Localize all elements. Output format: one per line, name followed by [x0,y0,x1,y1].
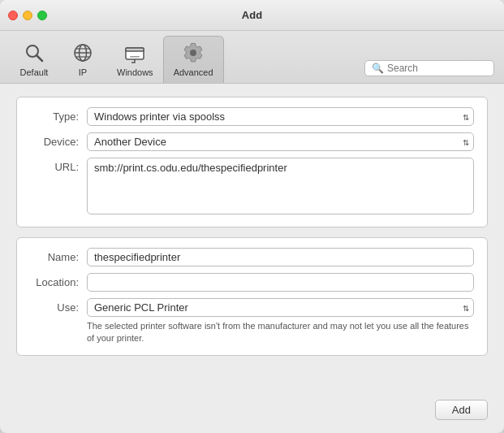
device-row: Device: Another Device Other ⇅ [30,132,474,151]
tab-advanced[interactable]: Advanced [163,36,224,83]
tab-windows[interactable]: Windows [107,36,163,83]
warning-text: The selected printer software isn't from… [87,320,474,345]
add-printer-window: Add Default [0,0,504,433]
ip-icon [70,40,96,66]
url-control: smb://print.cs.odu.edu/thespecifiedprint… [87,158,474,217]
titlebar: Add [0,0,504,31]
search-input[interactable] [387,63,485,74]
use-control: Generic PCL Printer Select Software... ⇅… [87,298,474,345]
windows-icon [122,40,148,66]
name-input[interactable] [87,248,474,266]
tab-ip[interactable]: IP [58,36,107,83]
url-row: URL: smb://print.cs.odu.edu/thespecified… [30,158,474,217]
device-select[interactable]: Another Device Other [87,132,474,151]
name-row: Name: [30,248,474,266]
footer: Add [0,393,504,433]
type-label: Type: [30,107,87,123]
svg-rect-9 [130,56,140,58]
default-icon [21,40,47,66]
type-row: Type: Windows printer via spoolss LPD/LP… [30,107,474,126]
traffic-lights [8,11,47,20]
window-title: Add [242,9,262,21]
url-input[interactable]: smb://print.cs.odu.edu/thespecifiedprint… [87,158,474,214]
gear-icon [180,40,206,66]
maximize-button[interactable] [37,11,47,20]
close-button[interactable] [8,11,18,20]
location-control [87,273,474,292]
main-content: Type: Windows printer via spoolss LPD/LP… [0,84,504,393]
use-label: Use: [30,298,87,314]
printer-info-card: Name: Location: Use: Generic PCL Printer [16,237,488,356]
tab-windows-label: Windows [117,67,153,77]
type-control: Windows printer via spoolss LPD/LPR Host… [87,107,474,126]
toolbar: Default IP [0,31,504,84]
location-row: Location: [30,273,474,292]
tab-advanced-label: Advanced [174,67,213,77]
location-input[interactable] [87,273,474,292]
svg-rect-8 [126,48,144,51]
tab-ip-label: IP [79,67,87,77]
name-control [87,248,474,266]
search-box[interactable]: 🔍 [364,60,494,76]
add-button[interactable]: Add [435,400,488,420]
use-select-wrapper: Generic PCL Printer Select Software... ⇅ [87,298,474,317]
svg-line-1 [37,55,42,61]
device-label: Device: [30,132,87,148]
location-label: Location: [30,273,87,288]
minimize-button[interactable] [23,11,32,20]
name-label: Name: [30,248,87,263]
toolbar-buttons: Default IP [10,36,224,83]
toolbar-right: 🔍 [224,60,494,83]
device-select-wrapper: Another Device Other ⇅ [87,132,474,151]
connection-card: Type: Windows printer via spoolss LPD/LP… [16,97,488,227]
use-row: Use: Generic PCL Printer Select Software… [30,298,474,345]
tab-default[interactable]: Default [10,36,58,83]
use-select[interactable]: Generic PCL Printer Select Software... [87,298,474,317]
type-select-wrapper: Windows printer via spoolss LPD/LPR Host… [87,107,474,126]
type-select[interactable]: Windows printer via spoolss LPD/LPR Host… [87,107,474,126]
svg-point-10 [190,50,196,56]
tab-default-label: Default [20,67,49,77]
device-control: Another Device Other ⇅ [87,132,474,151]
search-icon: 🔍 [372,63,384,74]
url-label: URL: [30,158,87,173]
